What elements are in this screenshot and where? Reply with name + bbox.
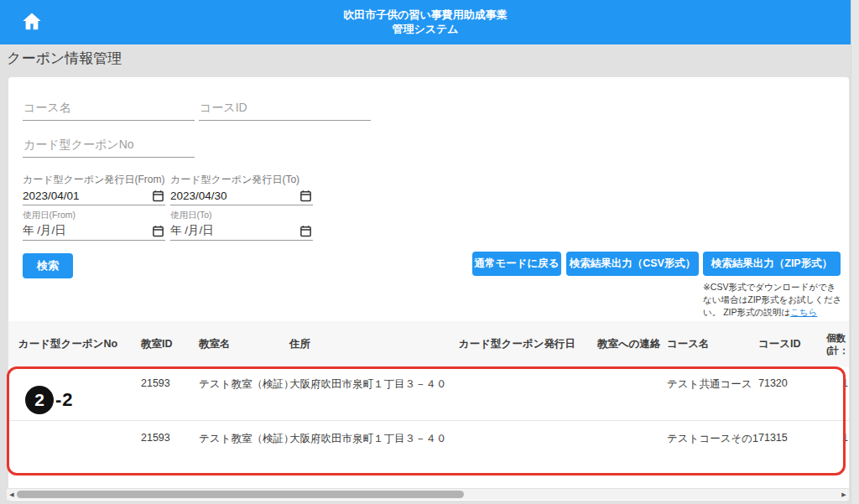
csv-export-button[interactable]: 検索結果出力（CSV形式） <box>566 252 699 276</box>
col-contact: 教室への連絡 <box>597 337 667 351</box>
issue-date-from-value: 2023/04/01 <box>23 190 152 202</box>
table-row: 21593 テスト教室（検証） 大阪府吹田市泉町１丁目３－４０ テストコースその… <box>8 421 849 475</box>
page-title: クーポン情報管理 <box>7 49 122 68</box>
use-date-to-value: 年 /月/日 <box>170 223 299 238</box>
issue-date-to-label: カード型クーポン発行日(To) <box>170 173 299 187</box>
cell-count: 1 <box>826 377 848 389</box>
app-header: 吹田市子供の習い事費用助成事業 管理システム <box>0 0 851 44</box>
col-class-id: 教室ID <box>141 337 199 351</box>
zip-export-button[interactable]: 検索結果出力（ZIP形式） <box>703 252 841 276</box>
issue-date-from-label: カード型クーポン発行日(From) <box>23 173 164 187</box>
search-panel: カード型クーポン発行日(From) 2023/04/01 カード型クーポン発行日… <box>8 77 849 501</box>
search-button[interactable]: 検索 <box>23 253 73 278</box>
use-date-from-value: 年 /月/日 <box>23 223 152 238</box>
vertical-scrollbar[interactable] <box>851 0 859 504</box>
col-count-line1: 個数 <box>826 332 848 345</box>
cell-course-name: テスト共通コース <box>667 377 758 392</box>
table-row: 21593 テスト教室（検証） 大阪府吹田市泉町１丁目３－４０ テスト共通コース… <box>8 366 849 421</box>
cell-course-id: 71315 <box>758 432 826 444</box>
use-date-to-label: 使用日(To) <box>170 210 212 221</box>
app-title-line1: 吹田市子供の習い事費用助成事業 <box>0 8 851 22</box>
cell-address: 大阪府吹田市泉町１丁目３－４０ <box>289 432 459 446</box>
cell-count: 1 <box>826 432 848 444</box>
issue-date-to-value: 2023/04/30 <box>170 190 299 202</box>
cell-class-name: テスト教室（検証） <box>199 377 289 392</box>
use-date-to-input[interactable]: 年 /月/日 <box>170 221 313 241</box>
normal-mode-button[interactable]: 通常モードに戻る <box>472 252 561 276</box>
cell-course-id: 71320 <box>758 377 826 389</box>
app-title-line2: 管理システム <box>0 22 851 36</box>
col-course-id: コースID <box>758 337 826 351</box>
issue-date-from-input[interactable]: 2023/04/01 <box>23 186 165 205</box>
use-date-from-input[interactable]: 年 /月/日 <box>23 221 165 241</box>
cell-class-id: 21593 <box>141 432 199 444</box>
course-id-input[interactable] <box>199 97 371 121</box>
col-count-line2: (計： <box>826 345 848 357</box>
zip-help-link[interactable]: こちら <box>790 307 817 317</box>
horizontal-scrollbar-thumb[interactable] <box>17 491 464 498</box>
col-course-name: コース名 <box>667 337 758 351</box>
col-count: 個数 (計： <box>826 330 848 357</box>
cell-address: 大阪府吹田市泉町１丁目３－４０ <box>289 377 459 392</box>
table-header: カード型クーポンNo 教室ID 教室名 住所 カード型クーポン発行日 教室への連… <box>8 321 849 366</box>
csv-zip-note-text: ※CSV形式でダウンロードができない場合はZIP形式をお試しください。 ZIP形… <box>703 282 842 317</box>
coupon-no-input[interactable] <box>23 134 195 158</box>
csv-zip-note: ※CSV形式でダウンロードができない場合はZIP形式をお試しください。 ZIP形… <box>703 281 842 319</box>
page-root: 吹田市子供の習い事費用助成事業 管理システム クーポン情報管理 カード型クーポン… <box>0 0 859 504</box>
calendar-icon[interactable] <box>152 224 165 237</box>
col-coupon-no: カード型クーポンNo <box>18 337 141 351</box>
col-class-name: 教室名 <box>199 337 289 351</box>
table-body: 21593 テスト教室（検証） 大阪府吹田市泉町１丁目３－４０ テスト共通コース… <box>8 366 849 475</box>
calendar-icon[interactable] <box>152 189 165 202</box>
calendar-icon[interactable] <box>299 224 313 237</box>
col-issue-date: カード型クーポン発行日 <box>459 337 597 351</box>
calendar-icon[interactable] <box>299 189 313 202</box>
issue-date-to-input[interactable]: 2023/04/30 <box>170 186 313 205</box>
course-name-input[interactable] <box>23 97 195 121</box>
app-title: 吹田市子供の習い事費用助成事業 管理システム <box>0 8 851 36</box>
col-address: 住所 <box>289 337 459 351</box>
scroll-right-arrow-icon[interactable]: ▶ <box>839 489 849 501</box>
use-date-from-label: 使用日(From) <box>23 210 75 221</box>
scroll-left-arrow-icon[interactable]: ◀ <box>7 489 17 501</box>
cell-class-id: 21593 <box>141 377 199 389</box>
cell-class-name: テスト教室（検証） <box>199 432 289 446</box>
cell-course-name: テストコースその1 <box>667 432 758 446</box>
horizontal-scrollbar[interactable]: ◀ ▶ <box>7 488 849 500</box>
